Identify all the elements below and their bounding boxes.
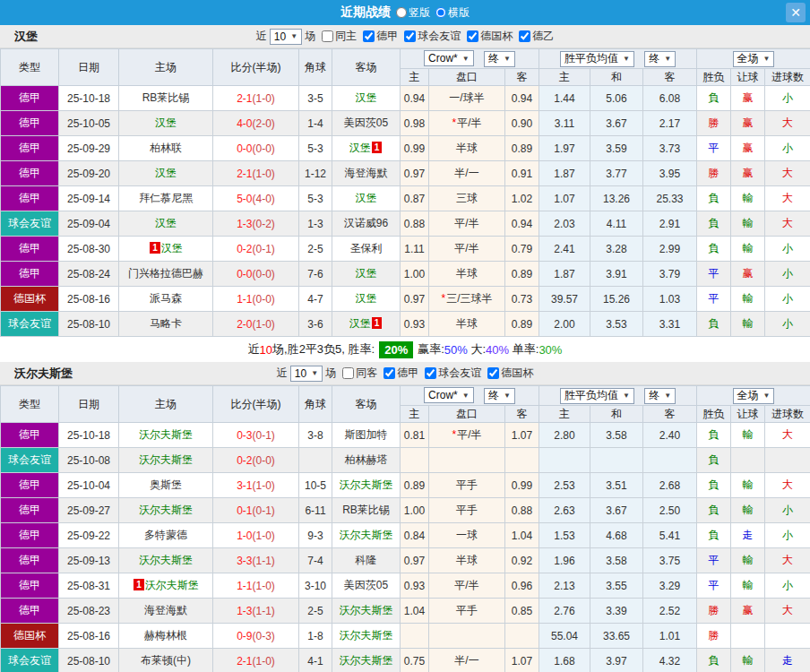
team-name-text[interactable]: 圣保利 (350, 242, 383, 254)
wdl-average-select[interactable]: 胜平负均值▼ (560, 51, 634, 67)
handicap-text: 平/半 (454, 242, 478, 254)
same-venue-checkbox[interactable] (342, 367, 354, 379)
team-name-text[interactable]: 拜仁慕尼黑 (139, 192, 193, 204)
league-filter-bundesliga[interactable]: 德甲 (380, 366, 418, 381)
bookmaker-select[interactable]: Crow*▼ (424, 387, 474, 403)
team-name-text[interactable]: 沃尔夫斯堡 (340, 478, 393, 491)
team-name-text[interactable]: 派马森 (150, 292, 182, 305)
team-name-text[interactable]: 沃尔夫斯堡 (145, 579, 199, 591)
team-name-text[interactable]: 沃尔夫斯堡 (340, 529, 393, 541)
away-team-cell: 科隆 (332, 548, 401, 573)
layout-vertical-option[interactable]: 竖版 (396, 5, 430, 21)
home-win-odds-cell: 2.76 (539, 599, 590, 624)
team-name-text[interactable]: 奥斯堡 (150, 478, 182, 491)
same-venue-checkbox[interactable] (322, 30, 333, 42)
team-name-text[interactable]: 美因茨05 (344, 116, 388, 129)
team-name-text[interactable]: 柏林联 (150, 142, 182, 154)
team-name-text[interactable]: 赫梅林根 (144, 629, 187, 642)
team-name-text[interactable]: 汉堡 (161, 242, 183, 254)
home-team-cell: 沃尔夫斯堡 (119, 498, 213, 523)
friendly-checkbox[interactable] (404, 30, 416, 42)
score-cell: 0-3(0-1) (213, 423, 299, 448)
handicap-cell: *三/三球半 (429, 287, 505, 312)
result-cell: 勝 (697, 599, 731, 624)
team-name-text[interactable]: 海登海默 (144, 604, 187, 616)
rank-badge: 1 (372, 142, 383, 153)
half-score: (1-0) (253, 168, 275, 180)
match-count-select[interactable]: 10▼ (270, 29, 302, 45)
odds-stage-select[interactable]: 终▼ (484, 388, 515, 404)
league-filter-bundesliga2[interactable]: 德乙 (515, 29, 554, 44)
team-name-text[interactable]: 沃尔夫斯堡 (139, 453, 193, 466)
team-name-text[interactable]: 汉堡 (349, 317, 371, 330)
team-name-text[interactable]: 海登海默 (345, 167, 388, 179)
bundesliga2-checkbox[interactable] (519, 30, 530, 42)
dfb-pokal-checkbox[interactable] (487, 367, 499, 379)
away-win-odds-cell: 2.91 (643, 211, 697, 237)
team-name-text[interactable]: RB莱比锡 (342, 504, 390, 516)
wdl-stage-select[interactable]: 终▼ (644, 51, 676, 67)
team-name-text[interactable]: 汉诺威96 (344, 217, 388, 229)
dfb-pokal-checkbox[interactable] (467, 30, 478, 42)
team-name-text[interactable]: 斯图加特 (345, 428, 388, 441)
full-score: 0-2 (237, 243, 252, 255)
draw-odds-cell (590, 448, 643, 473)
fulltime-select[interactable]: 全场▼ (733, 388, 775, 404)
team-name-text[interactable]: 马略卡 (150, 317, 182, 330)
team-name-text[interactable]: 科隆 (356, 554, 377, 566)
team-name-text[interactable]: RB莱比锡 (142, 91, 190, 104)
away-odds-cell: 0.88 (505, 498, 539, 523)
handicap-result-cell: 輸 (731, 498, 765, 523)
match-row: 球会友谊25-08-10马略卡2-0(1-0)3-6汉堡10.93半球0.892… (1, 312, 810, 337)
league-filter-friendly[interactable]: 球会友谊 (401, 29, 461, 44)
handicap-result-cell: 輸 (731, 287, 765, 312)
team-name-text[interactable]: 汉堡 (349, 142, 371, 154)
team-name-text[interactable]: 沃尔夫斯堡 (340, 629, 393, 642)
league-filter-dfb-pokal[interactable]: 德国杯 (463, 29, 513, 44)
team-name-text[interactable]: 汉堡 (356, 192, 377, 204)
team-name-text[interactable]: 汉堡 (155, 217, 177, 229)
team-name-text[interactable]: 汉堡 (356, 267, 377, 280)
away-odds-cell: 0.91 (505, 161, 539, 186)
team-name-text[interactable]: 美因茨05 (344, 579, 388, 591)
team-name-text[interactable]: 门兴格拉德巴赫 (128, 267, 203, 280)
team-name-text[interactable]: 汉堡 (155, 116, 177, 129)
dropdown-arrow-icon: ▼ (504, 55, 511, 63)
bundesliga-checkbox[interactable] (363, 30, 375, 42)
date-cell: 25-08-30 (59, 237, 119, 262)
fulltime-select[interactable]: 全场▼ (733, 51, 775, 67)
half-score: (1-0) (253, 479, 275, 492)
team-name-text[interactable]: 多特蒙德 (144, 529, 187, 541)
horizontal-radio[interactable] (435, 7, 446, 18)
team-name-text[interactable]: 布莱顿(中) (141, 654, 191, 667)
team-name-text[interactable]: 沃尔夫斯堡 (340, 604, 393, 616)
away-win-odds-cell: 6.08 (643, 86, 697, 111)
team-name-text[interactable]: 汉堡 (356, 91, 377, 104)
team-name-text[interactable]: 沃尔夫斯堡 (139, 504, 193, 516)
wdl-stage-select[interactable]: 终▼ (644, 388, 676, 404)
full-score: 0-0 (237, 142, 252, 155)
close-icon[interactable]: ✕ (786, 3, 806, 22)
team-name-text[interactable]: 汉堡 (356, 292, 377, 305)
same-venue-option[interactable]: 同主 (318, 29, 357, 44)
league-filter-bundesliga[interactable]: 德甲 (359, 29, 398, 44)
team-name-text[interactable]: 沃尔夫斯堡 (340, 654, 393, 667)
vertical-radio[interactable] (396, 7, 407, 18)
team-name-text[interactable]: 汉堡 (155, 167, 177, 179)
bookmaker-select[interactable]: Crow*▼ (424, 50, 474, 66)
team-name-text[interactable]: 柏林赫塔 (345, 453, 388, 466)
league-filter-dfb-pokal[interactable]: 德国杯 (484, 366, 533, 381)
layout-horizontal-option[interactable]: 横版 (435, 5, 470, 21)
same-venue-option[interactable]: 同客 (339, 366, 377, 381)
wdl-average-select[interactable]: 胜平负均值▼ (560, 388, 634, 404)
team-name-text[interactable]: 沃尔夫斯堡 (139, 554, 193, 566)
odds-stage-select[interactable]: 终▼ (484, 51, 515, 67)
bundesliga-checkbox[interactable] (383, 367, 395, 379)
league-filter-friendly[interactable]: 球会友谊 (421, 366, 481, 381)
home-odds-cell (401, 448, 429, 473)
team-name-text[interactable]: 沃尔夫斯堡 (139, 428, 193, 441)
match-count-select[interactable]: 10▼ (290, 366, 323, 382)
away-team-cell: 斯图加特 (332, 423, 401, 448)
friendly-checkbox[interactable] (425, 367, 436, 379)
asia-rate-label: 赢率: (418, 341, 444, 358)
